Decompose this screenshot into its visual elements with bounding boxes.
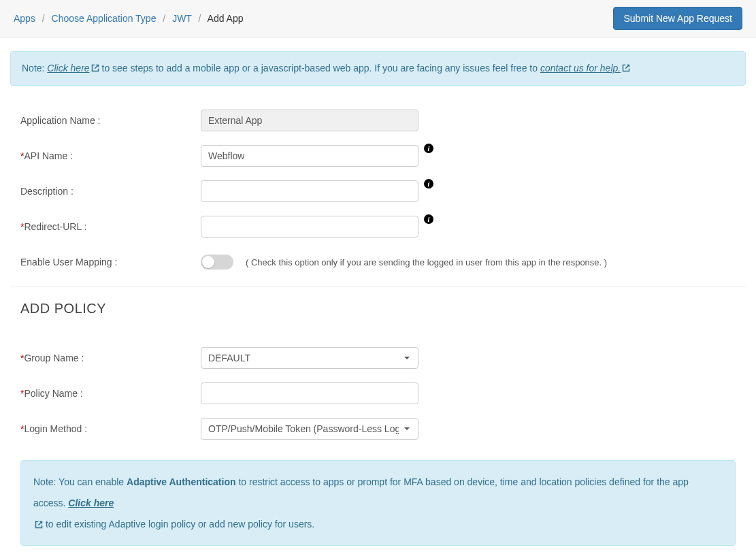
label-description: Description : <box>20 186 201 197</box>
label-application-name: Application Name : <box>20 115 201 126</box>
info-icon[interactable]: i <box>424 214 433 224</box>
external-link-icon <box>622 64 630 72</box>
row-redirect-url: *Redirect-URL : i <box>20 216 736 238</box>
label-login-method: *Login Method : <box>20 423 201 434</box>
row-application-name: Application Name : <box>20 110 736 131</box>
breadcrumb-jwt[interactable]: JWT <box>172 13 192 24</box>
note-middle: to see steps to add a mobile app or a ja… <box>102 63 540 74</box>
info-note-bottom: Note: You can enable Adaptive Authentica… <box>20 460 736 546</box>
group-name-select[interactable]: DEFAULT <box>201 347 418 369</box>
label-enable-user-mapping: Enable User Mapping : <box>20 257 201 267</box>
section-divider <box>10 287 746 287</box>
row-policy-name: *Policy Name : <box>20 382 736 404</box>
note2-prefix: Note: You can enable <box>33 476 127 487</box>
api-name-field[interactable] <box>201 145 418 167</box>
row-enable-user-mapping: Enable User Mapping : ( Check this optio… <box>20 251 736 273</box>
label-redirect-url: *Redirect-URL : <box>20 221 201 232</box>
click-here-link[interactable]: Click here <box>47 63 99 74</box>
policy-form: *Group Name : DEFAULT *Policy Name : *Lo… <box>10 323 746 440</box>
info-icon[interactable]: i <box>424 179 433 189</box>
enable-user-mapping-toggle[interactable] <box>201 255 233 270</box>
label-group-name: *Group Name : <box>20 353 201 363</box>
application-name-field <box>201 110 418 131</box>
breadcrumb-apps[interactable]: Apps <box>14 13 35 24</box>
label-api-name: *API Name : <box>20 150 201 161</box>
login-method-select[interactable]: OTP/Push/Mobile Token (Password-Less Log… <box>201 418 418 440</box>
row-login-method: *Login Method : OTP/Push/Mobile Token (P… <box>20 418 736 440</box>
app-form: Application Name : *API Name : i Descrip… <box>10 86 746 273</box>
redirect-url-field[interactable] <box>201 216 418 238</box>
breadcrumb: Apps / Choose Application Type / JWT / A… <box>14 13 243 24</box>
label-policy-name: *Policy Name : <box>20 388 201 399</box>
row-api-name: *API Name : i <box>20 145 736 167</box>
breadcrumb-current: Add App <box>208 13 244 24</box>
click-here-link-2[interactable]: Click here <box>68 498 114 508</box>
breadcrumb-choose-type[interactable]: Choose Application Type <box>52 13 157 24</box>
row-description: Description : i <box>20 180 736 202</box>
breadcrumb-sep: / <box>199 13 201 24</box>
external-link-icon <box>91 64 99 72</box>
policy-name-field[interactable] <box>201 382 418 404</box>
info-icon[interactable]: i <box>424 144 433 153</box>
page-header: Apps / Choose Application Type / JWT / A… <box>0 0 756 37</box>
row-group-name: *Group Name : DEFAULT <box>20 347 736 369</box>
note2-suffix: to edit existing Adaptive login policy o… <box>43 519 314 529</box>
contact-us-link[interactable]: contact us for help. <box>540 63 630 74</box>
external-link-icon <box>35 521 43 529</box>
note-prefix: Note: <box>22 63 47 74</box>
description-field[interactable] <box>201 180 418 202</box>
breadcrumb-sep: / <box>42 13 45 24</box>
add-policy-title: ADD POLICY <box>20 301 746 316</box>
submit-new-app-button[interactable]: Submit New App Request <box>613 7 742 30</box>
enable-user-mapping-help: ( Check this option only if you are send… <box>246 257 607 267</box>
page-content: Note: Click here to see steps to add a m… <box>0 37 756 554</box>
info-note-top: Note: Click here to see steps to add a m… <box>10 51 746 86</box>
note2-strong: Adaptive Authentication <box>127 476 236 487</box>
breadcrumb-sep: / <box>163 13 165 24</box>
